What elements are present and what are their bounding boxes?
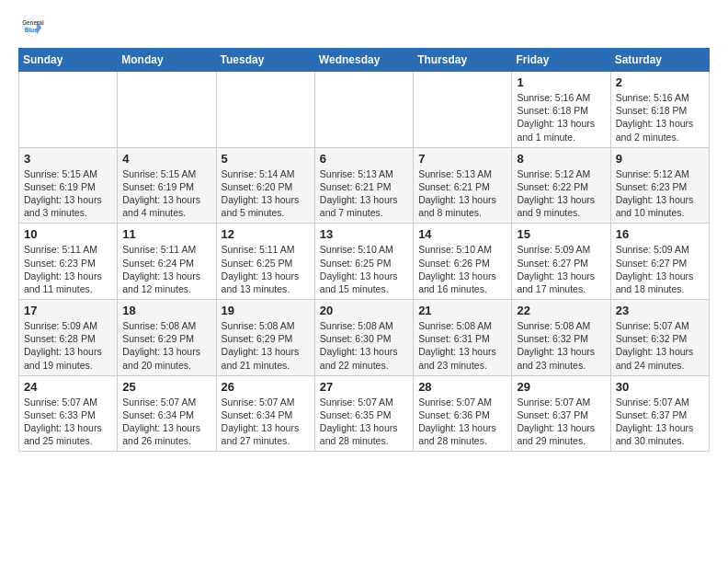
calendar-cell: 7Sunrise: 5:13 AMSunset: 6:21 PMDaylight… — [414, 147, 512, 224]
day-number: 22 — [517, 304, 605, 317]
day-info: Sunrise: 5:07 AMSunset: 6:34 PMDaylight:… — [222, 396, 310, 448]
day-info: Sunrise: 5:07 AMSunset: 6:37 PMDaylight:… — [517, 396, 605, 448]
day-number: 16 — [616, 227, 704, 241]
calendar-cell: 25Sunrise: 5:07 AMSunset: 6:34 PMDayligh… — [118, 375, 216, 452]
day-info: Sunrise: 5:08 AMSunset: 6:29 PMDaylight:… — [122, 319, 210, 372]
day-number: 8 — [517, 152, 605, 166]
day-number: 17 — [24, 304, 112, 317]
day-number: 14 — [418, 227, 506, 241]
calendar-cell: 18Sunrise: 5:08 AMSunset: 6:29 PMDayligh… — [118, 300, 216, 376]
calendar-cell: 19Sunrise: 5:08 AMSunset: 6:29 PMDayligh… — [216, 300, 314, 376]
calendar-cell: 2Sunrise: 5:16 AMSunset: 6:18 PMDaylight… — [610, 72, 709, 148]
calendar-cell: 28Sunrise: 5:07 AMSunset: 6:36 PMDayligh… — [414, 375, 512, 452]
calendar-cell: 1Sunrise: 5:16 AMSunset: 6:18 PMDaylight… — [512, 72, 610, 148]
day-number: 9 — [616, 152, 704, 166]
calendar-cell — [414, 72, 512, 148]
calendar-cell: 23Sunrise: 5:07 AMSunset: 6:32 PMDayligh… — [610, 300, 709, 376]
calendar-header-row: SundayMondayTuesdayWednesdayThursdayFrid… — [19, 49, 710, 72]
day-number: 28 — [418, 380, 506, 394]
day-info: Sunrise: 5:13 AMSunset: 6:21 PMDaylight:… — [320, 167, 408, 220]
calendar-cell: 11Sunrise: 5:11 AMSunset: 6:24 PMDayligh… — [118, 224, 216, 300]
day-number: 10 — [24, 227, 112, 241]
day-info: Sunrise: 5:08 AMSunset: 6:30 PMDaylight:… — [320, 319, 408, 372]
day-info: Sunrise: 5:08 AMSunset: 6:31 PMDaylight:… — [418, 319, 506, 372]
day-info: Sunrise: 5:15 AMSunset: 6:19 PMDaylight:… — [122, 167, 210, 220]
day-info: Sunrise: 5:11 AMSunset: 6:25 PMDaylight:… — [222, 243, 310, 295]
day-info: Sunrise: 5:14 AMSunset: 6:20 PMDaylight:… — [222, 167, 310, 220]
calendar-cell: 17Sunrise: 5:09 AMSunset: 6:28 PMDayligh… — [19, 300, 118, 376]
calendar-cell: 21Sunrise: 5:08 AMSunset: 6:31 PMDayligh… — [414, 300, 512, 376]
calendar-header-tuesday: Tuesday — [216, 49, 314, 72]
calendar-cell: 4Sunrise: 5:15 AMSunset: 6:19 PMDaylight… — [118, 147, 216, 224]
calendar-cell — [216, 72, 314, 148]
svg-text:General: General — [22, 19, 44, 26]
day-number: 20 — [320, 304, 408, 317]
day-number: 13 — [320, 227, 408, 241]
calendar-cell — [19, 72, 118, 148]
logo-icon: General Blue — [18, 15, 44, 40]
day-number: 6 — [320, 152, 408, 166]
calendar-week-row: 3Sunrise: 5:15 AMSunset: 6:19 PMDaylight… — [19, 147, 710, 224]
calendar-cell: 30Sunrise: 5:07 AMSunset: 6:37 PMDayligh… — [610, 375, 709, 452]
day-info: Sunrise: 5:07 AMSunset: 6:34 PMDaylight:… — [122, 396, 210, 448]
calendar-cell: 14Sunrise: 5:10 AMSunset: 6:26 PMDayligh… — [414, 224, 512, 300]
day-info: Sunrise: 5:10 AMSunset: 6:25 PMDaylight:… — [320, 243, 408, 295]
calendar-cell — [118, 72, 216, 148]
calendar-cell: 26Sunrise: 5:07 AMSunset: 6:34 PMDayligh… — [216, 375, 314, 452]
day-number: 27 — [320, 380, 408, 394]
calendar-header-wednesday: Wednesday — [314, 49, 413, 72]
day-number: 19 — [222, 304, 310, 317]
day-number: 15 — [517, 227, 605, 241]
day-number: 23 — [616, 304, 704, 317]
day-number: 1 — [517, 75, 605, 89]
calendar-cell: 29Sunrise: 5:07 AMSunset: 6:37 PMDayligh… — [512, 375, 610, 452]
calendar-table: SundayMondayTuesdayWednesdayThursdayFrid… — [18, 48, 710, 452]
calendar-cell: 27Sunrise: 5:07 AMSunset: 6:35 PMDayligh… — [314, 375, 413, 452]
day-info: Sunrise: 5:12 AMSunset: 6:22 PMDaylight:… — [517, 167, 605, 220]
day-number: 21 — [418, 304, 506, 317]
calendar-cell: 16Sunrise: 5:09 AMSunset: 6:27 PMDayligh… — [610, 224, 709, 300]
day-info: Sunrise: 5:10 AMSunset: 6:26 PMDaylight:… — [418, 243, 506, 295]
day-info: Sunrise: 5:07 AMSunset: 6:32 PMDaylight:… — [616, 319, 704, 372]
calendar-cell: 12Sunrise: 5:11 AMSunset: 6:25 PMDayligh… — [216, 224, 314, 300]
calendar-cell: 15Sunrise: 5:09 AMSunset: 6:27 PMDayligh… — [512, 224, 610, 300]
calendar-header-saturday: Saturday — [610, 49, 709, 72]
day-info: Sunrise: 5:11 AMSunset: 6:24 PMDaylight:… — [122, 243, 210, 295]
calendar-week-row: 17Sunrise: 5:09 AMSunset: 6:28 PMDayligh… — [19, 300, 710, 376]
logo: General Blue — [18, 15, 48, 40]
day-number: 4 — [122, 152, 210, 166]
calendar-week-row: 10Sunrise: 5:11 AMSunset: 6:23 PMDayligh… — [19, 224, 710, 300]
day-number: 18 — [122, 304, 210, 317]
calendar-cell: 20Sunrise: 5:08 AMSunset: 6:30 PMDayligh… — [314, 300, 413, 376]
day-info: Sunrise: 5:12 AMSunset: 6:23 PMDaylight:… — [616, 167, 704, 220]
day-info: Sunrise: 5:08 AMSunset: 6:29 PMDaylight:… — [222, 319, 310, 372]
calendar-cell: 8Sunrise: 5:12 AMSunset: 6:22 PMDaylight… — [512, 147, 610, 224]
day-info: Sunrise: 5:09 AMSunset: 6:27 PMDaylight:… — [616, 243, 704, 295]
calendar-header-friday: Friday — [512, 49, 610, 72]
calendar-cell: 6Sunrise: 5:13 AMSunset: 6:21 PMDaylight… — [314, 147, 413, 224]
day-number: 3 — [24, 152, 112, 166]
day-info: Sunrise: 5:07 AMSunset: 6:36 PMDaylight:… — [418, 396, 506, 448]
day-info: Sunrise: 5:16 AMSunset: 6:18 PMDaylight:… — [616, 91, 704, 144]
day-number: 29 — [517, 380, 605, 394]
day-info: Sunrise: 5:09 AMSunset: 6:27 PMDaylight:… — [517, 243, 605, 295]
calendar-week-row: 24Sunrise: 5:07 AMSunset: 6:33 PMDayligh… — [19, 375, 710, 452]
calendar-cell: 13Sunrise: 5:10 AMSunset: 6:25 PMDayligh… — [314, 224, 413, 300]
day-number: 25 — [122, 380, 210, 394]
day-number: 7 — [418, 152, 506, 166]
day-number: 12 — [222, 227, 310, 241]
calendar-header-thursday: Thursday — [414, 49, 512, 72]
calendar-header-sunday: Sunday — [19, 49, 118, 72]
calendar-header-monday: Monday — [118, 49, 216, 72]
day-info: Sunrise: 5:16 AMSunset: 6:18 PMDaylight:… — [517, 91, 605, 144]
day-info: Sunrise: 5:15 AMSunset: 6:19 PMDaylight:… — [24, 167, 112, 220]
day-number: 2 — [616, 75, 704, 89]
day-number: 30 — [616, 380, 704, 394]
day-number: 11 — [122, 227, 210, 241]
svg-text:Blue: Blue — [25, 27, 38, 33]
calendar-cell: 9Sunrise: 5:12 AMSunset: 6:23 PMDaylight… — [610, 147, 709, 224]
calendar-cell: 10Sunrise: 5:11 AMSunset: 6:23 PMDayligh… — [19, 224, 118, 300]
day-number: 5 — [222, 152, 310, 166]
calendar-cell — [314, 72, 413, 148]
calendar-week-row: 1Sunrise: 5:16 AMSunset: 6:18 PMDaylight… — [19, 72, 710, 148]
